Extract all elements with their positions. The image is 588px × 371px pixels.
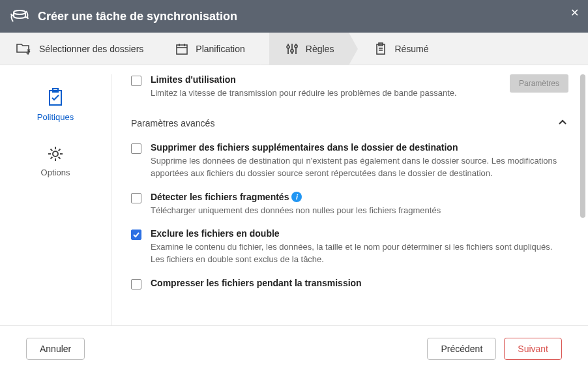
option-title: Exclure les fichiers en double [151, 228, 280, 239]
step-label: Sélectionner des dossiers [39, 44, 143, 54]
gear-icon [0, 144, 111, 164]
option-title: Détecter les fichiers fragmentési [151, 192, 302, 202]
step-separator [260, 33, 269, 65]
sidebar-item-options[interactable]: Options [0, 140, 111, 196]
checkbox-exclude-duplicates[interactable] [131, 230, 141, 240]
svg-point-17 [53, 151, 58, 156]
wizard-steps: Sélectionner des dossiers Planification … [0, 33, 588, 65]
calendar-icon [175, 42, 189, 56]
folder-sync-icon [16, 42, 33, 56]
cancel-button[interactable]: Annuler [26, 338, 85, 360]
svg-point-9 [291, 50, 293, 52]
sync-icon [9, 6, 30, 27]
option-desc: Télécharger uniquement des données non n… [151, 205, 561, 217]
step-label: Planification [196, 44, 245, 54]
step-rules[interactable]: Règles [269, 33, 350, 65]
chevron-up-icon[interactable] [557, 117, 568, 130]
option-exclude-duplicates: Exclure les fichiers en double Examine l… [131, 228, 568, 266]
option-desc: Examine le contenu du fichier, les donné… [151, 241, 561, 266]
option-desc: Supprime les données de destination qui … [151, 155, 561, 180]
step-select-folders[interactable]: Sélectionner des dossiers [0, 33, 159, 65]
option-title: Supprimer des fichiers supplémentaires d… [151, 142, 458, 153]
section-title: Paramètres avancés [131, 118, 214, 128]
option-desc: Limitez la vitesse de transmission pour … [151, 87, 502, 100]
checkbox-usage-limits[interactable] [131, 76, 141, 86]
svg-rect-1 [177, 45, 187, 54]
advanced-settings-header[interactable]: Paramètres avancés [131, 111, 568, 142]
scrollbar[interactable] [580, 74, 585, 316]
settings-button: Paramètres [510, 74, 568, 93]
option-usage-limits: Limites d'utilisation Limitez la vitesse… [131, 74, 568, 100]
sidebar-item-policies[interactable]: Politiques [0, 82, 111, 140]
svg-point-8 [287, 46, 289, 48]
option-title: Compresser les fichiers pendant la trans… [151, 278, 362, 288]
option-delete-extra: Supprimer des fichiers supplémentaires d… [131, 142, 568, 180]
dialog-header: Créer une tâche de synchronisation ✕ [0, 0, 588, 33]
sidebar: Politiques Options [0, 65, 111, 325]
next-button[interactable]: Suivant [504, 338, 562, 360]
previous-button[interactable]: Précédent [427, 338, 496, 360]
checkbox-delete-extra[interactable] [131, 143, 141, 154]
sidebar-item-label: Options [0, 168, 111, 177]
checkbox-detect-fragmented[interactable] [131, 193, 141, 203]
dialog-footer: Annuler Précédent Suivant [0, 325, 588, 371]
checkbox-compress[interactable] [131, 279, 141, 289]
info-icon[interactable]: i [291, 192, 302, 202]
svg-point-0 [14, 10, 25, 14]
clipboard-check-icon [0, 86, 111, 108]
step-label: Règles [306, 44, 334, 54]
svg-point-10 [295, 45, 297, 48]
clipboard-icon [374, 42, 388, 56]
step-label: Résumé [394, 44, 428, 54]
scrollbar-thumb[interactable] [580, 74, 585, 218]
step-separator [349, 33, 358, 65]
sidebar-item-label: Politiques [0, 112, 111, 122]
sliders-icon [285, 42, 299, 56]
step-planning[interactable]: Planification [159, 33, 261, 65]
step-summary[interactable]: Résumé [358, 33, 444, 65]
option-title: Limites d'utilisation [151, 74, 236, 85]
close-icon[interactable]: ✕ [570, 7, 579, 19]
dialog-title: Créer une tâche de synchronisation [38, 10, 237, 23]
option-compress: Compresser les fichiers pendant la trans… [131, 278, 568, 289]
content-panel: Limites d'utilisation Limitez la vitesse… [111, 65, 588, 325]
option-detect-fragmented: Détecter les fichiers fragmentési Téléch… [131, 192, 568, 217]
